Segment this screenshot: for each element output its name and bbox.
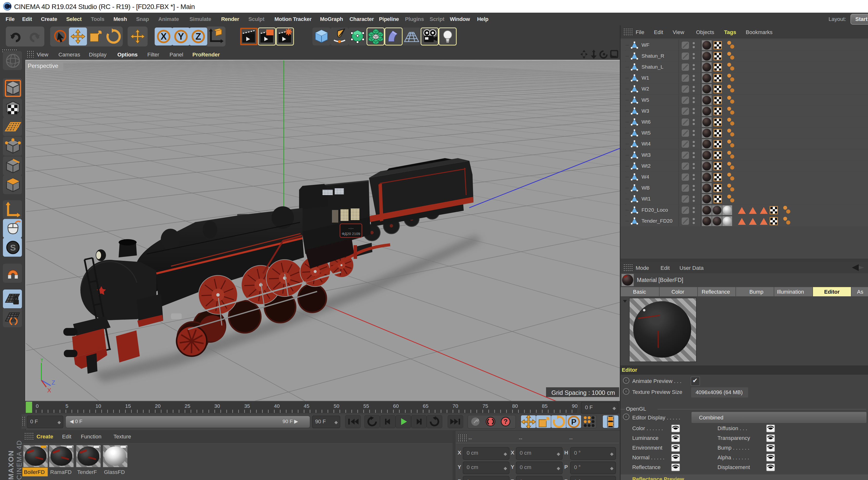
svg-text:5: 5 — [65, 403, 68, 409]
svg-text:55: 55 — [363, 403, 369, 409]
svg-text:?: ? — [504, 418, 508, 425]
svg-text:Y: Y — [178, 31, 184, 42]
svg-text:60: 60 — [393, 403, 399, 409]
svg-text:20: 20 — [155, 403, 160, 409]
svg-text:35: 35 — [244, 403, 250, 409]
svg-text:80: 80 — [512, 403, 518, 409]
svg-text:30: 30 — [214, 403, 220, 409]
svg-text:Y: Y — [40, 358, 44, 363]
svg-text:10: 10 — [95, 403, 101, 409]
svg-text:40: 40 — [274, 403, 280, 409]
svg-text:50: 50 — [334, 403, 339, 409]
svg-text:ФД20 2109: ФД20 2109 — [342, 232, 360, 236]
svg-text:─○─: ─○─ — [348, 227, 353, 230]
svg-text:X: X — [47, 387, 51, 393]
svg-text:65: 65 — [423, 403, 428, 409]
svg-text:25: 25 — [185, 403, 190, 409]
svg-text:P: P — [571, 417, 576, 426]
svg-text:Z: Z — [52, 379, 55, 386]
svg-text:90: 90 — [572, 403, 578, 409]
svg-text:45: 45 — [304, 403, 309, 409]
svg-text:S: S — [10, 243, 16, 252]
svg-text:75: 75 — [483, 403, 488, 409]
svg-text:0: 0 — [36, 403, 39, 409]
svg-text:70: 70 — [453, 403, 458, 409]
svg-text:Z: Z — [195, 31, 201, 42]
svg-text:X: X — [160, 31, 167, 42]
svg-text:15: 15 — [125, 403, 131, 409]
svg-text:85: 85 — [542, 403, 548, 409]
